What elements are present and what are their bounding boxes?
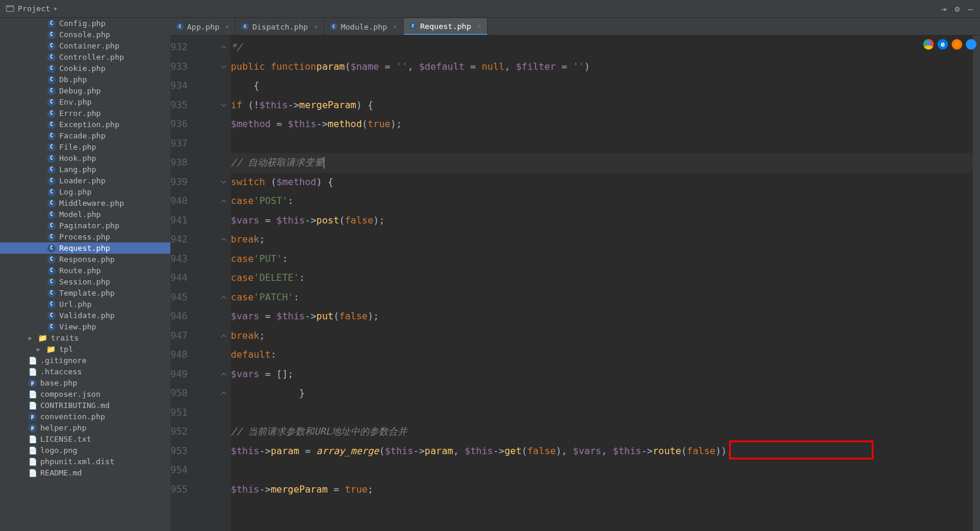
code-line[interactable]: default: [231,345,973,365]
close-icon[interactable]: × [314,23,318,31]
tree-file-convention-php[interactable]: pconvention.php [0,411,170,422]
code-line[interactable]: // 自动获取请求变量 [231,153,973,173]
tree-file-Model-php[interactable]: CModel.php [0,209,170,220]
code-line[interactable]: switch ($method) { [231,173,973,192]
tree-file-Paginator-php[interactable]: CPaginator.php [0,220,170,231]
code-line[interactable] [231,134,973,154]
fold-marker[interactable] [220,96,227,115]
tree-file-Loader-php[interactable]: CLoader.php [0,175,170,186]
fold-marker[interactable] [220,250,227,269]
code-line[interactable]: $this->param = array_merge($this->param,… [231,442,973,461]
tab-Module-php[interactable]: CModule.php× [324,18,404,35]
tree-file-logo-png[interactable]: 📄logo.png [0,445,170,456]
tree-file-View-php[interactable]: CView.php [0,321,170,332]
tree-file-Cookie-php[interactable]: CCookie.php [0,63,170,74]
code-line[interactable]: $vars = []; [231,365,973,384]
fold-marker[interactable] [220,288,227,307]
tree-file-Middleware-php[interactable]: CMiddleware.php [0,197,170,209]
code-body[interactable]: */ public function param($name = '', $de… [231,35,973,531]
tree-file-Controller-php[interactable]: CController.php [0,51,170,63]
code-line[interactable]: { [231,76,973,96]
tab-Request-php[interactable]: CRequest.php× [404,18,488,35]
tree-file-Url-php[interactable]: CUrl.php [0,299,170,310]
tree-file-Error-php[interactable]: CError.php [0,108,170,119]
code-line[interactable]: } [231,384,973,403]
tab-Dispatch-php[interactable]: CDispatch.php× [236,18,324,35]
code-editor[interactable]: 9329339349359369379389399409419429439449… [170,35,980,531]
fold-marker[interactable] [220,115,227,134]
fold-marker[interactable] [220,365,227,384]
fold-marker[interactable] [220,345,227,365]
tree-file-Hook-php[interactable]: CHook.php [0,153,170,164]
code-line[interactable] [231,403,973,423]
tree-folder-tpl[interactable]: ▶📁tpl [0,344,170,355]
project-tree[interactable]: CConfig.phpCConsole.phpCContainer.phpCCo… [0,18,170,531]
code-line[interactable]: */ [231,38,973,57]
gear-icon[interactable]: ⚙ [955,4,959,14]
fold-marker[interactable] [220,307,227,326]
code-line[interactable]: $this->mergeParam = true; [231,480,973,500]
fold-marker[interactable] [220,134,227,154]
tree-file-Validate-php[interactable]: CValidate.php [0,310,170,321]
fold-marker[interactable] [220,192,227,211]
tree-file-Response-php[interactable]: CResponse.php [0,254,170,265]
code-line[interactable]: break; [231,230,973,250]
fold-marker[interactable] [220,442,227,461]
tree-file-Container-php[interactable]: CContainer.php [0,40,170,51]
tree-file--gitignore[interactable]: 📄.gitignore [0,355,170,366]
tree-file-README-md[interactable]: 📄README.md [0,467,170,478]
tree-file-Template-php[interactable]: CTemplate.php [0,287,170,299]
tree-file-helper-php[interactable]: phelper.php [0,422,170,433]
fold-marker[interactable] [220,38,227,57]
scrollbar[interactable] [973,35,980,531]
tree-file-CONTRIBUTING-md[interactable]: 📄CONTRIBUTING.md [0,400,170,411]
code-line[interactable]: break; [231,326,973,346]
close-icon[interactable]: × [393,23,397,31]
collapse-icon[interactable]: ⇥ [942,4,946,14]
tree-folder-traits[interactable]: ▶📁traits [0,332,170,344]
fold-marker[interactable] [220,480,227,500]
fold-marker[interactable] [220,230,227,250]
code-line[interactable]: case 'PATCH': [231,288,973,307]
tree-file-phpunit-xml-dist[interactable]: 📄phpunit.xml.dist [0,456,170,467]
code-line[interactable]: // 当前请求参数和URL地址中的参数合并 [231,422,973,442]
code-line[interactable]: $vars = $this->put(false); [231,307,973,326]
tree-file-Env-php[interactable]: CEnv.php [0,96,170,108]
tree-file-base-php[interactable]: pbase.php [0,377,170,388]
tree-file-Log-php[interactable]: CLog.php [0,186,170,197]
close-icon[interactable]: × [225,23,230,31]
code-line[interactable]: case 'PUT': [231,250,973,269]
tree-file-File-php[interactable]: CFile.php [0,141,170,153]
tree-file-Request-php[interactable]: CRequest.php [0,242,170,254]
tree-file-Route-php[interactable]: CRoute.php [0,265,170,276]
tab-App-php[interactable]: CApp.php× [170,18,236,35]
code-line[interactable]: case 'DELETE': [231,268,973,288]
code-line[interactable]: $method = $this->method(true); [231,115,973,134]
code-line[interactable] [231,461,973,480]
tree-file-Session-php[interactable]: CSession.php [0,276,170,287]
tree-file-Lang-php[interactable]: CLang.php [0,164,170,175]
code-line[interactable]: case 'POST': [231,192,973,211]
code-line[interactable]: if (!$this->mergeParam) { [231,96,973,115]
tree-file-LICENSE-txt[interactable]: 📄LICENSE.txt [0,433,170,445]
minimize-icon[interactable]: — [968,4,973,14]
fold-marker[interactable] [220,403,227,423]
tree-file-Debug-php[interactable]: CDebug.php [0,85,170,96]
fold-marker[interactable] [220,211,227,231]
fold-marker[interactable] [220,326,227,346]
fold-marker[interactable] [220,57,227,77]
tree-file-composer-json[interactable]: 📄composer.json [0,388,170,400]
fold-marker[interactable] [220,422,227,442]
fold-marker[interactable] [220,173,227,192]
code-line[interactable]: $vars = $this->post(false); [231,211,973,231]
tree-file-Config-php[interactable]: CConfig.php [0,18,170,29]
project-dropdown[interactable]: Project ▼ [0,4,63,13]
code-line[interactable]: public function param($name = '', $defau… [231,57,973,77]
tree-file-Facade-php[interactable]: CFacade.php [0,130,170,141]
tree-file-Process-php[interactable]: CProcess.php [0,231,170,242]
close-icon[interactable]: × [477,22,481,30]
tree-file-Db-php[interactable]: CDb.php [0,74,170,85]
tree-file-Console-php[interactable]: CConsole.php [0,29,170,40]
tree-file--htaccess[interactable]: 📄.htaccess [0,366,170,377]
fold-marker[interactable] [220,153,227,173]
